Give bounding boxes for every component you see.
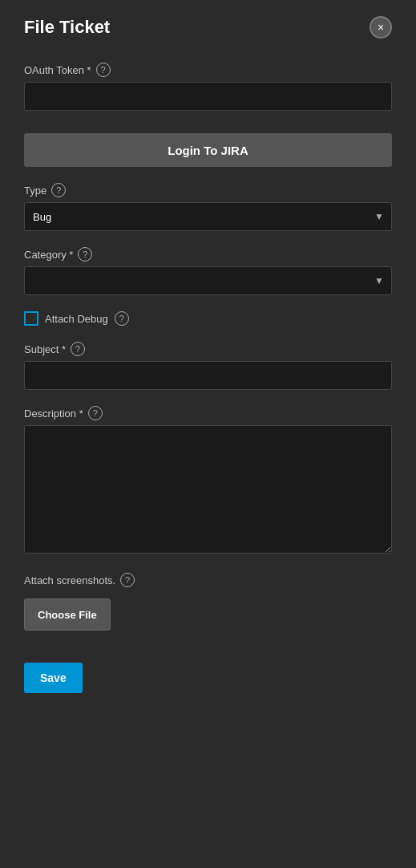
oauth-token-input[interactable] <box>24 82 392 111</box>
file-ticket-dialog: File Ticket × OAuth Token * ? Login To J… <box>0 0 416 868</box>
category-help-icon[interactable]: ? <box>78 247 92 262</box>
attach-debug-help-icon[interactable]: ? <box>115 311 129 326</box>
oauth-token-label-row: OAuth Token * ? <box>24 63 392 77</box>
description-help-icon[interactable]: ? <box>88 406 103 420</box>
dialog-header: File Ticket × <box>24 16 392 39</box>
type-help-icon[interactable]: ? <box>51 183 66 197</box>
save-group: Save <box>24 647 392 693</box>
description-label: Description * <box>24 408 83 420</box>
type-select[interactable]: Bug Task Story Epic Improvement <box>24 202 392 231</box>
oauth-token-label: OAuth Token * <box>24 64 91 76</box>
subject-group: Subject * ? <box>24 342 392 390</box>
attach-screenshots-help-icon[interactable]: ? <box>120 573 135 587</box>
attach-screenshots-label: Attach screenshots. <box>24 574 115 586</box>
description-textarea[interactable] <box>24 425 392 554</box>
category-select[interactable] <box>24 266 392 295</box>
subject-label-row: Subject * ? <box>24 342 392 356</box>
category-select-wrapper: ▼ <box>24 266 392 295</box>
login-button-group: Login To JIRA <box>24 127 392 167</box>
type-label-row: Type ? <box>24 183 392 197</box>
type-label: Type <box>24 185 46 197</box>
description-label-row: Description * ? <box>24 406 392 420</box>
description-group: Description * ? <box>24 406 392 557</box>
type-select-wrapper: Bug Task Story Epic Improvement ▼ <box>24 202 392 231</box>
subject-label: Subject * <box>24 343 66 355</box>
attach-debug-checkbox[interactable] <box>24 311 38 326</box>
attach-debug-label: Attach Debug <box>45 313 108 325</box>
attach-screenshots-group: Attach screenshots. ? Choose File <box>24 573 392 631</box>
subject-input[interactable] <box>24 361 392 390</box>
oauth-token-help-icon[interactable]: ? <box>96 63 111 77</box>
dialog-title: File Ticket <box>24 17 110 38</box>
attach-debug-group: Attach Debug ? <box>24 311 392 326</box>
category-label-row: Category * ? <box>24 247 392 262</box>
login-jira-button[interactable]: Login To JIRA <box>24 133 392 167</box>
category-label: Category * <box>24 249 73 261</box>
choose-file-button[interactable]: Choose File <box>24 598 111 631</box>
category-group: Category * ? ▼ <box>24 247 392 295</box>
save-button[interactable]: Save <box>24 663 83 693</box>
close-button[interactable]: × <box>370 16 392 39</box>
attach-screenshots-label-row: Attach screenshots. ? <box>24 573 392 587</box>
subject-help-icon[interactable]: ? <box>71 342 85 356</box>
oauth-token-group: OAuth Token * ? <box>24 63 392 111</box>
type-group: Type ? Bug Task Story Epic Improvement ▼ <box>24 183 392 231</box>
